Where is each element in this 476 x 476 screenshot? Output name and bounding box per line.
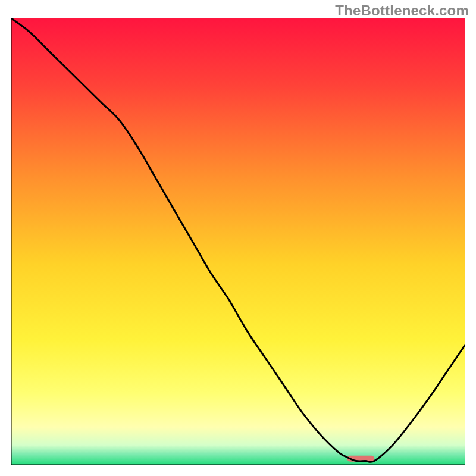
watermark-text: TheBottleneck.com — [335, 2, 469, 19]
chart-container: TheBottleneck.com — [0, 0, 476, 476]
gradient-background — [11, 18, 465, 465]
chart-svg — [11, 18, 465, 465]
plot-area — [11, 18, 465, 465]
